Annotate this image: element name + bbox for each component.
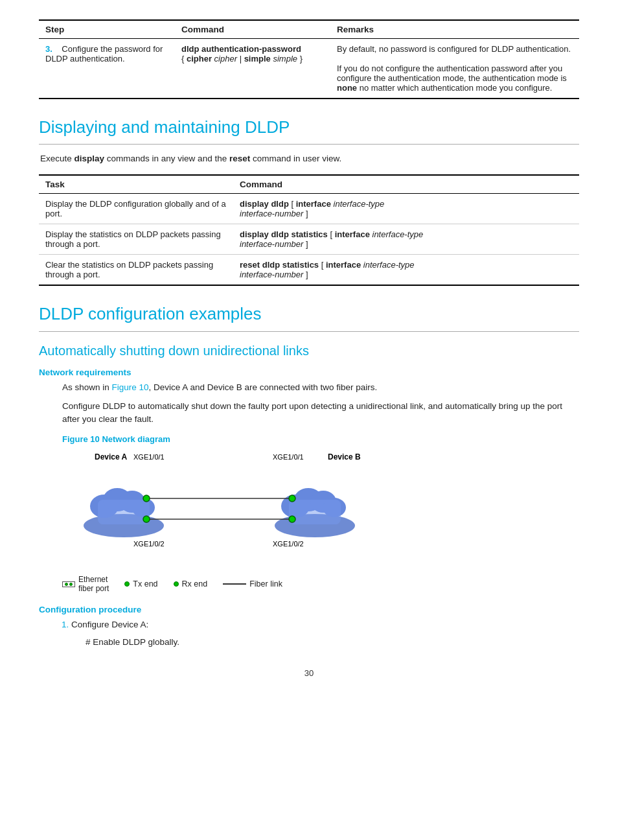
rx-dot: [174, 581, 179, 587]
device-b-port1-dot: [289, 495, 295, 502]
cmd-cell: display dldp statistics [ interface inte…: [233, 224, 579, 255]
device-a-port1-dot: [143, 495, 150, 502]
step-description: Configure the password for DLDP authenti…: [45, 44, 163, 64]
legend-ethernet: Ethernetfiber port: [62, 575, 109, 593]
xge-b2-label: XGE1/0/2: [273, 540, 304, 548]
cmd-cell: display dldp [ interface interface-typei…: [233, 194, 579, 224]
section1-intro: Execute display commands in any view and…: [39, 152, 579, 165]
legend-tx: Tx end: [124, 579, 157, 589]
table-row: Display the statistics on DLDP packets p…: [39, 224, 579, 255]
bold-display: display: [74, 154, 105, 163]
svg-rect-11: [289, 500, 341, 524]
step1-text: Configure Device A:: [71, 620, 148, 629]
remarks-before: By default, no password is configured fo…: [337, 44, 571, 54]
section1-divider: [39, 144, 579, 145]
section1-title: Displaying and maintaining DLDP: [39, 117, 579, 137]
fiber-line-legend: [223, 583, 246, 585]
network-req-para2: Configure DLDP to automatically shut dow…: [39, 400, 579, 427]
col-remarks: Remarks: [330, 20, 579, 39]
device-a-label: Device A: [95, 452, 128, 461]
config-proc-heading: Configuration procedure: [39, 605, 579, 614]
step-number: 3.: [45, 44, 52, 54]
command-cell: dldp authentication-password { cipher ci…: [175, 39, 330, 99]
table-row: 3. Configure the password for DLDP authe…: [39, 39, 579, 99]
legend-fiber: Fiber link: [223, 579, 282, 589]
subsection-title: Automatically shutting down unidirection…: [39, 344, 579, 358]
remarks-cell: By default, no password is configured fo…: [330, 39, 579, 99]
task-cell: Clear the statistics on DLDP packets pas…: [39, 255, 233, 286]
bold-reset: reset: [229, 154, 250, 163]
diagram-legend: Ethernetfiber port Tx end Rx end Fiber l…: [62, 575, 556, 593]
tx-dot: [124, 581, 130, 587]
task-cell: Display the DLDP configuration globally …: [39, 194, 233, 224]
xge-a1-label: XGE1/0/1: [133, 453, 165, 461]
config-steps: Configure Device A:: [39, 618, 579, 631]
table-row: Display the DLDP configuration globally …: [39, 194, 579, 224]
figure10-link[interactable]: Figure 10: [112, 382, 149, 392]
svg-rect-5: [98, 500, 150, 524]
step-cell: 3. Configure the password for DLDP authe…: [39, 39, 175, 99]
device-b-label: Device B: [328, 452, 361, 461]
top-table: Step Command Remarks 3. Configure the pa…: [39, 19, 579, 99]
col-command: Command: [175, 20, 330, 39]
rx-label: Rx end: [182, 579, 208, 589]
cmd-cell: reset dldp statistics [ interface interf…: [233, 255, 579, 286]
col-task: Task: [39, 175, 233, 194]
cmd-main: dldp authentication-password: [181, 44, 301, 54]
legend-rx: Rx end: [174, 579, 208, 589]
remarks-after: If you do not configure the authenticati…: [337, 64, 567, 93]
network-diagram: Device A XGE1/0/1 XGE1/0/1 Device B: [62, 448, 556, 565]
col-step: Step: [39, 20, 175, 39]
xge-a2-label: XGE1/0/2: [133, 540, 165, 548]
tx-label: Tx end: [133, 579, 157, 589]
figure-label: Figure 10 Network diagram: [62, 434, 579, 444]
table-row: Clear the statistics on DLDP packets pas…: [39, 255, 579, 286]
section2-title: DLDP configuration examples: [39, 304, 579, 324]
step1-sub: # Enable DLDP globally.: [39, 636, 579, 649]
section2-divider: [39, 331, 579, 332]
device-a-port2-dot: [143, 516, 150, 522]
page-number: 30: [39, 668, 579, 678]
network-req-para1: As shown in Figure 10, Device A and Devi…: [39, 381, 579, 395]
config-step-1: Configure Device A:: [71, 618, 579, 631]
ethernet-label: Ethernetfiber port: [78, 575, 109, 593]
device-b-port2-dot: [289, 516, 295, 522]
diagram-svg: Device A XGE1/0/1 XGE1/0/1 Device B: [62, 448, 399, 565]
fiber-label: Fiber link: [249, 579, 282, 589]
col-command2: Command: [233, 175, 579, 194]
xge-b1-label: XGE1/0/1: [273, 453, 304, 461]
network-req-heading: Network requirements: [39, 368, 579, 377]
task-table: Task Command Display the DLDP configurat…: [39, 174, 579, 286]
task-cell: Display the statistics on DLDP packets p…: [39, 224, 233, 255]
